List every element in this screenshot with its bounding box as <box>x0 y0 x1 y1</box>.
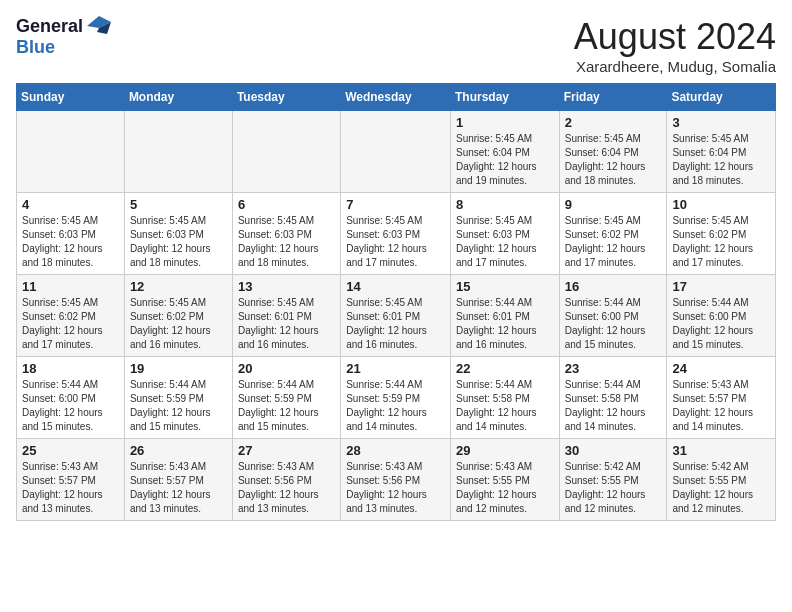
day-number: 7 <box>346 197 445 212</box>
weekday-header-tuesday: Tuesday <box>232 84 340 111</box>
day-number: 15 <box>456 279 554 294</box>
day-number: 9 <box>565 197 662 212</box>
calendar-cell: 15Sunrise: 5:44 AM Sunset: 6:01 PM Dayli… <box>450 275 559 357</box>
day-info: Sunrise: 5:44 AM Sunset: 6:00 PM Dayligh… <box>672 296 770 352</box>
calendar-cell: 31Sunrise: 5:42 AM Sunset: 5:55 PM Dayli… <box>667 439 776 521</box>
calendar-cell <box>341 111 451 193</box>
calendar-cell: 10Sunrise: 5:45 AM Sunset: 6:02 PM Dayli… <box>667 193 776 275</box>
day-info: Sunrise: 5:45 AM Sunset: 6:03 PM Dayligh… <box>238 214 335 270</box>
weekday-header-wednesday: Wednesday <box>341 84 451 111</box>
weekday-header-monday: Monday <box>124 84 232 111</box>
day-number: 5 <box>130 197 227 212</box>
day-info: Sunrise: 5:43 AM Sunset: 5:57 PM Dayligh… <box>130 460 227 516</box>
day-info: Sunrise: 5:45 AM Sunset: 6:03 PM Dayligh… <box>346 214 445 270</box>
day-info: Sunrise: 5:45 AM Sunset: 6:02 PM Dayligh… <box>130 296 227 352</box>
day-info: Sunrise: 5:44 AM Sunset: 6:00 PM Dayligh… <box>22 378 119 434</box>
day-info: Sunrise: 5:45 AM Sunset: 6:02 PM Dayligh… <box>565 214 662 270</box>
calendar-cell: 29Sunrise: 5:43 AM Sunset: 5:55 PM Dayli… <box>450 439 559 521</box>
day-number: 4 <box>22 197 119 212</box>
day-number: 26 <box>130 443 227 458</box>
weekday-header-row: SundayMondayTuesdayWednesdayThursdayFrid… <box>17 84 776 111</box>
day-number: 20 <box>238 361 335 376</box>
calendar-cell: 18Sunrise: 5:44 AM Sunset: 6:00 PM Dayli… <box>17 357 125 439</box>
location-subtitle: Xarardheere, Mudug, Somalia <box>574 58 776 75</box>
month-title: August 2024 <box>574 16 776 58</box>
day-info: Sunrise: 5:45 AM Sunset: 6:04 PM Dayligh… <box>456 132 554 188</box>
calendar-cell <box>17 111 125 193</box>
header: General Blue August 2024 Xarardheere, Mu… <box>16 16 776 75</box>
calendar-cell: 28Sunrise: 5:43 AM Sunset: 5:56 PM Dayli… <box>341 439 451 521</box>
calendar-cell: 8Sunrise: 5:45 AM Sunset: 6:03 PM Daylig… <box>450 193 559 275</box>
calendar-cell: 14Sunrise: 5:45 AM Sunset: 6:01 PM Dayli… <box>341 275 451 357</box>
day-info: Sunrise: 5:43 AM Sunset: 5:55 PM Dayligh… <box>456 460 554 516</box>
week-row-4: 25Sunrise: 5:43 AM Sunset: 5:57 PM Dayli… <box>17 439 776 521</box>
day-number: 24 <box>672 361 770 376</box>
day-info: Sunrise: 5:45 AM Sunset: 6:01 PM Dayligh… <box>346 296 445 352</box>
day-number: 3 <box>672 115 770 130</box>
weekday-header-friday: Friday <box>559 84 667 111</box>
day-number: 6 <box>238 197 335 212</box>
calendar-cell: 1Sunrise: 5:45 AM Sunset: 6:04 PM Daylig… <box>450 111 559 193</box>
day-info: Sunrise: 5:44 AM Sunset: 6:00 PM Dayligh… <box>565 296 662 352</box>
day-info: Sunrise: 5:45 AM Sunset: 6:03 PM Dayligh… <box>22 214 119 270</box>
day-number: 28 <box>346 443 445 458</box>
day-info: Sunrise: 5:45 AM Sunset: 6:03 PM Dayligh… <box>456 214 554 270</box>
day-info: Sunrise: 5:44 AM Sunset: 5:59 PM Dayligh… <box>346 378 445 434</box>
day-number: 1 <box>456 115 554 130</box>
logo: General Blue <box>16 16 111 56</box>
logo-bird-icon <box>87 16 111 36</box>
calendar-cell: 11Sunrise: 5:45 AM Sunset: 6:02 PM Dayli… <box>17 275 125 357</box>
calendar-cell: 13Sunrise: 5:45 AM Sunset: 6:01 PM Dayli… <box>232 275 340 357</box>
calendar-cell: 5Sunrise: 5:45 AM Sunset: 6:03 PM Daylig… <box>124 193 232 275</box>
day-number: 2 <box>565 115 662 130</box>
day-number: 8 <box>456 197 554 212</box>
calendar-cell: 30Sunrise: 5:42 AM Sunset: 5:55 PM Dayli… <box>559 439 667 521</box>
day-number: 29 <box>456 443 554 458</box>
calendar-cell: 3Sunrise: 5:45 AM Sunset: 6:04 PM Daylig… <box>667 111 776 193</box>
day-info: Sunrise: 5:42 AM Sunset: 5:55 PM Dayligh… <box>565 460 662 516</box>
calendar-cell <box>232 111 340 193</box>
weekday-header-thursday: Thursday <box>450 84 559 111</box>
calendar-table: SundayMondayTuesdayWednesdayThursdayFrid… <box>16 83 776 521</box>
calendar-cell: 6Sunrise: 5:45 AM Sunset: 6:03 PM Daylig… <box>232 193 340 275</box>
calendar-cell: 23Sunrise: 5:44 AM Sunset: 5:58 PM Dayli… <box>559 357 667 439</box>
week-row-0: 1Sunrise: 5:45 AM Sunset: 6:04 PM Daylig… <box>17 111 776 193</box>
day-info: Sunrise: 5:44 AM Sunset: 5:59 PM Dayligh… <box>130 378 227 434</box>
day-number: 25 <box>22 443 119 458</box>
day-number: 14 <box>346 279 445 294</box>
day-number: 16 <box>565 279 662 294</box>
day-number: 21 <box>346 361 445 376</box>
weekday-header-saturday: Saturday <box>667 84 776 111</box>
day-info: Sunrise: 5:45 AM Sunset: 6:02 PM Dayligh… <box>672 214 770 270</box>
week-row-2: 11Sunrise: 5:45 AM Sunset: 6:02 PM Dayli… <box>17 275 776 357</box>
day-number: 30 <box>565 443 662 458</box>
day-info: Sunrise: 5:45 AM Sunset: 6:03 PM Dayligh… <box>130 214 227 270</box>
calendar-cell <box>124 111 232 193</box>
day-number: 11 <box>22 279 119 294</box>
day-info: Sunrise: 5:45 AM Sunset: 6:02 PM Dayligh… <box>22 296 119 352</box>
calendar-cell: 4Sunrise: 5:45 AM Sunset: 6:03 PM Daylig… <box>17 193 125 275</box>
day-info: Sunrise: 5:45 AM Sunset: 6:01 PM Dayligh… <box>238 296 335 352</box>
calendar-cell: 22Sunrise: 5:44 AM Sunset: 5:58 PM Dayli… <box>450 357 559 439</box>
day-number: 31 <box>672 443 770 458</box>
day-info: Sunrise: 5:43 AM Sunset: 5:57 PM Dayligh… <box>672 378 770 434</box>
calendar-cell: 21Sunrise: 5:44 AM Sunset: 5:59 PM Dayli… <box>341 357 451 439</box>
calendar-cell: 20Sunrise: 5:44 AM Sunset: 5:59 PM Dayli… <box>232 357 340 439</box>
day-info: Sunrise: 5:45 AM Sunset: 6:04 PM Dayligh… <box>565 132 662 188</box>
day-number: 12 <box>130 279 227 294</box>
day-number: 27 <box>238 443 335 458</box>
day-info: Sunrise: 5:44 AM Sunset: 6:01 PM Dayligh… <box>456 296 554 352</box>
calendar-cell: 17Sunrise: 5:44 AM Sunset: 6:00 PM Dayli… <box>667 275 776 357</box>
day-number: 23 <box>565 361 662 376</box>
weekday-header-sunday: Sunday <box>17 84 125 111</box>
day-number: 10 <box>672 197 770 212</box>
week-row-1: 4Sunrise: 5:45 AM Sunset: 6:03 PM Daylig… <box>17 193 776 275</box>
calendar-cell: 27Sunrise: 5:43 AM Sunset: 5:56 PM Dayli… <box>232 439 340 521</box>
day-number: 17 <box>672 279 770 294</box>
day-info: Sunrise: 5:43 AM Sunset: 5:56 PM Dayligh… <box>346 460 445 516</box>
calendar-cell: 12Sunrise: 5:45 AM Sunset: 6:02 PM Dayli… <box>124 275 232 357</box>
day-number: 18 <box>22 361 119 376</box>
calendar-cell: 26Sunrise: 5:43 AM Sunset: 5:57 PM Dayli… <box>124 439 232 521</box>
title-area: August 2024 Xarardheere, Mudug, Somalia <box>574 16 776 75</box>
day-info: Sunrise: 5:42 AM Sunset: 5:55 PM Dayligh… <box>672 460 770 516</box>
